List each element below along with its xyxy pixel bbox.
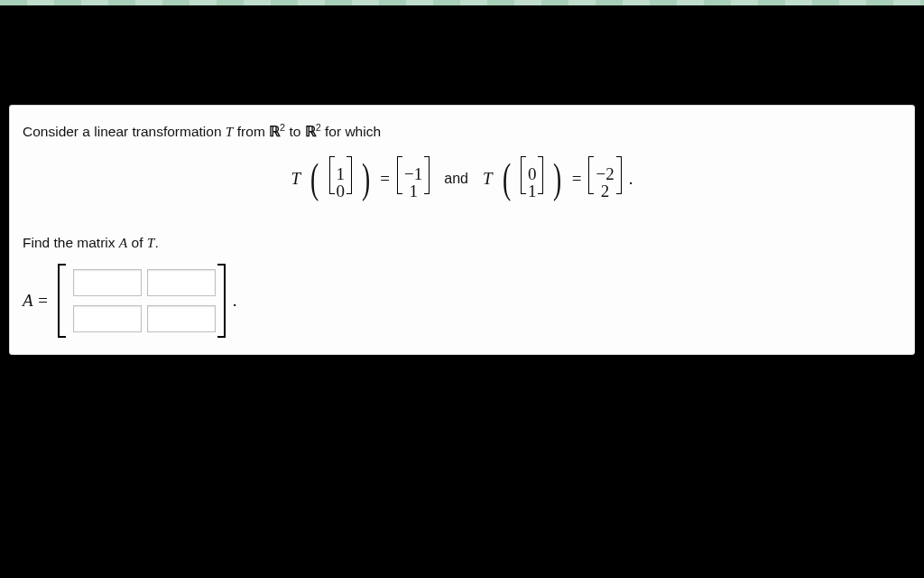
problem-intro: Consider a linear transformation T from … bbox=[23, 122, 901, 140]
vector-1: 10 bbox=[329, 156, 353, 200]
r2-top: −2 bbox=[596, 165, 614, 183]
result-2: −22 bbox=[588, 156, 621, 200]
vector-2: 01 bbox=[521, 156, 544, 200]
matrix-input-a22[interactable] bbox=[147, 305, 216, 332]
answer-label: A = bbox=[23, 291, 51, 311]
equals-2: = bbox=[572, 169, 582, 189]
intro-suffix: for which bbox=[321, 124, 381, 139]
eqn-T2: T bbox=[483, 169, 493, 189]
redacted-header bbox=[0, 5, 924, 87]
and-text: and bbox=[437, 171, 476, 187]
find-mid: of bbox=[127, 235, 147, 250]
v2-bot: 1 bbox=[528, 182, 537, 200]
matrix-inputs bbox=[73, 268, 210, 333]
r2-bot: 2 bbox=[601, 182, 610, 200]
eqn-T1: T bbox=[291, 169, 301, 189]
equals-1: = bbox=[380, 169, 390, 189]
eqn-period: . bbox=[629, 169, 633, 189]
intro-mid1: from bbox=[233, 124, 269, 139]
v2-top: 0 bbox=[528, 165, 537, 183]
matrix-input-a21[interactable] bbox=[73, 305, 142, 332]
find-line: Find the matrix A of T. bbox=[23, 235, 901, 251]
close-paren-icon-2: ) bbox=[553, 158, 561, 200]
matrix-input-a11[interactable] bbox=[73, 269, 142, 296]
symbol-R-domain: ℝ bbox=[269, 124, 280, 139]
r1-top: −1 bbox=[404, 165, 422, 183]
redacted-block bbox=[9, 364, 915, 572]
intro-prefix: Consider a linear transformation bbox=[23, 124, 226, 139]
symbol-R-codomain: ℝ bbox=[305, 124, 316, 139]
open-paren-icon-2: ( bbox=[503, 158, 511, 200]
result-1: −11 bbox=[397, 156, 430, 200]
answer-row: A = . bbox=[23, 264, 901, 338]
matrix-input-a12[interactable] bbox=[147, 269, 216, 296]
r1-bot: 1 bbox=[409, 182, 418, 200]
close-paren-icon: ) bbox=[362, 158, 370, 200]
problem-card: Consider a linear transformation T from … bbox=[9, 105, 915, 355]
symbol-A: A bbox=[119, 235, 127, 250]
redacted-footer bbox=[325, 553, 596, 578]
left-bracket-icon bbox=[58, 264, 66, 338]
find-suffix: . bbox=[154, 235, 158, 250]
right-bracket-icon bbox=[217, 264, 226, 338]
open-paren-icon: ( bbox=[310, 158, 319, 200]
answer-period: . bbox=[233, 291, 237, 311]
find-prefix: Find the matrix bbox=[23, 235, 119, 250]
v1-bot: 0 bbox=[337, 182, 346, 200]
v1-top: 1 bbox=[337, 165, 346, 183]
intro-mid2: to bbox=[285, 124, 305, 139]
equation-display: T ( 10 ) = −11 and T ( 01 ) = −22 . bbox=[23, 149, 901, 219]
